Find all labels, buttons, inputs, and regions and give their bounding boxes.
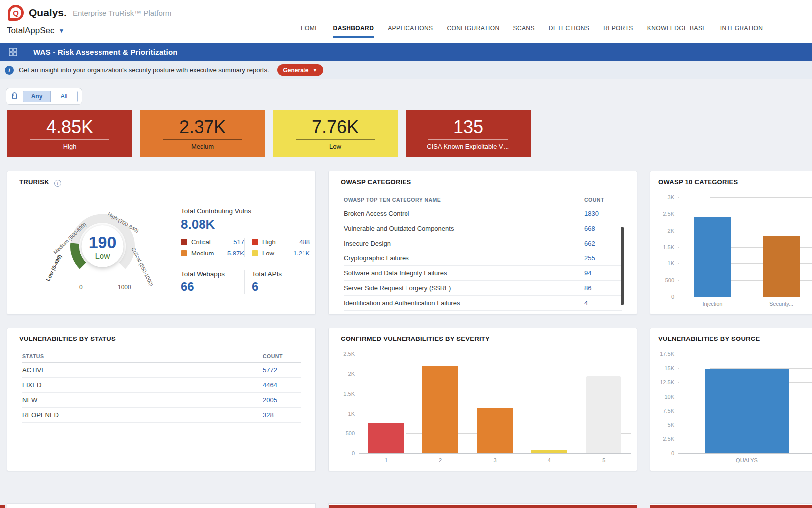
metric-card-high[interactable]: 4.85K High: [7, 110, 132, 157]
legend-label: Low: [262, 250, 274, 257]
table-row: Broken Access Control1830: [344, 206, 622, 221]
bar-4[interactable]: [531, 450, 567, 453]
y-axis-tick: 2K: [348, 371, 355, 377]
count-link[interactable]: 255: [584, 254, 622, 262]
table-row: Vulnerable and Outdated Components668: [344, 221, 622, 236]
legend-label: High: [262, 238, 276, 246]
metric-card-low[interactable]: 7.76K Low: [273, 110, 398, 157]
nav-item-dashboard[interactable]: DASHBOARD: [333, 25, 374, 38]
nav-item-home[interactable]: HOME: [301, 25, 319, 38]
table-row: REOPENED328: [22, 408, 301, 423]
gridline: [359, 374, 631, 374]
column-header-status: STATUS: [22, 353, 263, 359]
count-link[interactable]: 5772: [263, 366, 301, 374]
owasp10-chart-panel: OWASP 10 CATEGORIES 05001K1.5K2K2.5K3KIn…: [650, 171, 812, 315]
owasp-categories-panel: OWASP CATEGORIES OWASP TOP TEN CATEGORY …: [328, 171, 637, 315]
metric-label: CISA Known Exploitable V…: [427, 143, 509, 150]
row-label: Vulnerable and Outdated Components: [344, 225, 584, 232]
tag-scope-all-option[interactable]: All: [50, 91, 77, 102]
nav-item-applications[interactable]: APPLICATIONS: [388, 25, 433, 38]
severity-legend: Critical 517 Medium 5.87K High 488: [181, 238, 310, 257]
count-link[interactable]: 4: [584, 299, 622, 307]
x-axis-label: Injection: [703, 301, 723, 307]
tag-filter: Any All: [6, 88, 82, 105]
bar-1[interactable]: [368, 423, 404, 453]
bar-injection[interactable]: [694, 217, 731, 297]
row-label: FIXED: [22, 381, 263, 389]
legend-item-medium: Medium 5.87K: [181, 250, 244, 257]
qualys-dashboard-page: Q Qualys. Enterprise TruRisk™ Platform T…: [0, 0, 812, 508]
count-link[interactable]: 4464: [263, 381, 301, 389]
x-axis-label: Security...: [769, 301, 793, 307]
tag-scope-any-option[interactable]: Any: [23, 91, 50, 102]
count-link[interactable]: 328: [263, 411, 301, 419]
dashboard-title: WAS - Risk Assessment & Prioritization: [33, 48, 178, 56]
owasp-categories-table: OWASP TOP TEN CATEGORY NAME COUNT Broken…: [344, 193, 622, 311]
nav-item-integration[interactable]: INTEGRATION: [720, 25, 763, 38]
main-nav: HOMEDASHBOARDAPPLICATIONSCONFIGURATIONSC…: [301, 25, 763, 38]
metric-card-cisa[interactable]: 135 CISA Known Exploitable V…: [406, 110, 531, 157]
source-chart-panel: VULNERABILITIES BY SOURCE 02.5K5K7.5K10K…: [650, 328, 812, 471]
gauge-value: 190: [89, 234, 117, 251]
y-axis-tick: 1.5K: [343, 391, 355, 397]
card-divider: [163, 139, 242, 140]
count-link[interactable]: 94: [584, 269, 622, 277]
legend-value[interactable]: 1.21K: [293, 250, 310, 257]
y-axis-tick: 12.5K: [660, 379, 674, 385]
table-row: Cryptographic Failures255: [344, 251, 622, 266]
total-apis-value[interactable]: 6: [252, 280, 308, 294]
medium-swatch-icon: [181, 250, 187, 256]
count-link[interactable]: 86: [584, 284, 622, 292]
gauge-center: 190 Low: [89, 234, 117, 261]
grid-icon: [9, 48, 17, 56]
generate-button[interactable]: Generate ▼: [277, 64, 324, 76]
count-link[interactable]: 1830: [584, 210, 622, 217]
count-link[interactable]: 662: [584, 240, 622, 247]
gridline: [678, 354, 812, 354]
qualys-logo-icon: Q: [8, 5, 24, 21]
panel-title: VULNERABILITIES BY SOURCE: [658, 335, 760, 342]
count-link[interactable]: 668: [584, 225, 622, 232]
dashboard-switcher-button[interactable]: [0, 43, 26, 61]
bar-2[interactable]: [422, 366, 458, 453]
y-axis-tick: 1K: [668, 260, 674, 266]
legend-item-critical: Critical 517: [181, 238, 244, 246]
x-axis-label: 4: [548, 457, 551, 463]
y-axis-tick: 2K: [668, 228, 674, 234]
chevron-down-icon: ▼: [313, 67, 318, 73]
gridline: [359, 354, 631, 354]
y-axis-tick: 7.5K: [663, 408, 674, 414]
count-link[interactable]: 2005: [263, 396, 301, 404]
vertical-scrollbar[interactable]: [621, 227, 624, 305]
total-webapps-value[interactable]: 66: [181, 280, 244, 294]
dashboard-title-bar: WAS - Risk Assessment & Prioritization: [0, 43, 812, 61]
nav-item-configuration[interactable]: CONFIGURATION: [447, 25, 500, 38]
total-contributing-label: Total Contributing Vulns: [181, 207, 310, 215]
column-header-count: COUNT: [584, 197, 622, 203]
bar-5[interactable]: [586, 376, 621, 453]
info-icon[interactable]: i: [54, 180, 61, 187]
nav-item-scans[interactable]: SCANS: [513, 25, 534, 38]
nav-item-knowledge-base[interactable]: KNOWLEDGE BASE: [647, 25, 707, 38]
legend-value[interactable]: 488: [299, 238, 310, 246]
row-label: Software and Data Integrity Failures: [344, 269, 584, 277]
legend-value[interactable]: 5.87K: [227, 250, 244, 257]
bar-security-[interactable]: [763, 236, 800, 297]
app-selector-dropdown[interactable]: TotalAppSec ▼: [7, 26, 64, 36]
metric-card-medium[interactable]: 2.37K Medium: [140, 110, 265, 157]
metric-value: 2.37K: [179, 117, 226, 137]
divider: [181, 264, 310, 264]
row-label: Broken Access Control: [344, 210, 584, 217]
nav-item-reports[interactable]: REPORTS: [603, 25, 633, 38]
legend-value[interactable]: 517: [233, 238, 244, 246]
total-webapps-label: Total Webapps: [181, 270, 244, 278]
y-axis-tick: 2.5K: [663, 436, 674, 442]
nav-item-detections[interactable]: DETECTIONS: [549, 25, 589, 38]
table-row: FIXED4464: [22, 378, 301, 393]
bar-qualys[interactable]: [705, 369, 789, 453]
total-contributing-value[interactable]: 8.08K: [181, 217, 310, 232]
table-row: Server Side Request Forgery (SSRF)86: [344, 281, 622, 296]
y-axis-tick: 0: [671, 450, 674, 456]
gauge-axis-min: 0: [79, 284, 83, 291]
bar-3[interactable]: [477, 408, 513, 453]
